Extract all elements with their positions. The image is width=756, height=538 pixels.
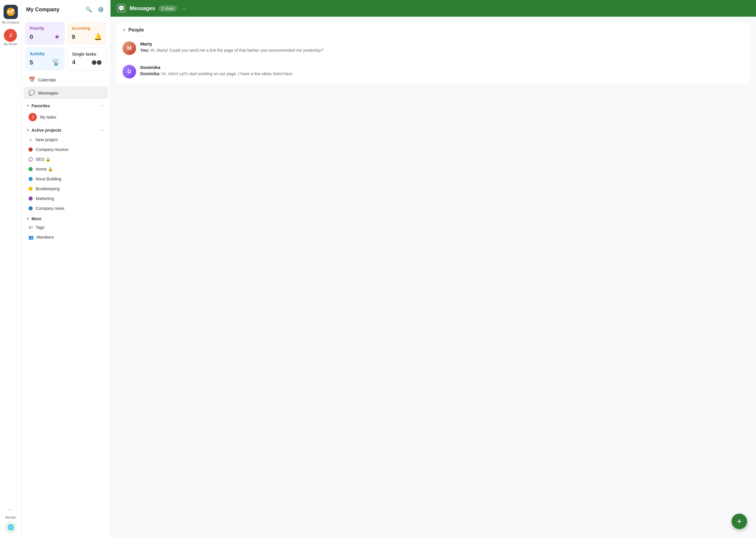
dominika-name: Dominika — [140, 65, 744, 70]
sidebar-item-messages[interactable]: 💬 Messages — [24, 86, 108, 99]
more-section-header[interactable]: ▼ More — [22, 213, 110, 222]
fab-add-button[interactable]: + — [731, 513, 747, 529]
incoming-label: Incoming — [72, 26, 102, 30]
logo-icon[interactable] — [4, 5, 18, 19]
tags-icon: 🏷 — [28, 225, 33, 230]
more-header-left: ▼ More — [26, 216, 41, 221]
calendar-icon: 📅 — [28, 77, 35, 83]
main-content: 💬 Messages 2 chats ··· ▼ People M Marty … — [111, 0, 756, 538]
activity-count: 5 — [30, 59, 33, 66]
my-nozbe-item[interactable]: J My Nozbe — [3, 27, 19, 47]
project-item-home[interactable]: Home 🔒 — [24, 164, 108, 174]
dominika-preview-prefix: Dominika: — [140, 71, 161, 76]
favorites-title: Favorites — [31, 103, 50, 108]
single-tasks-dots-icon: ⚫⚫ — [91, 60, 102, 65]
favorites-header-left: ▼ Favorites — [26, 103, 50, 108]
manage-item[interactable]: ··· Manage — [4, 502, 18, 520]
dominika-preview-text: Hi, John! Let's start working on our pag… — [161, 71, 293, 76]
active-projects-section-header[interactable]: ▼ Active projects ··· — [22, 124, 110, 134]
project-item-nova-building[interactable]: Nova Building — [24, 174, 108, 184]
seo-label: SEO 🔒 — [36, 157, 51, 162]
more-title: More — [31, 216, 41, 221]
priority-count: 0 — [30, 33, 33, 40]
sidebar-scroll: Priority 0 ★ Incoming 9 🔔 Activity 5 📡 — [22, 18, 110, 538]
manage-icon[interactable]: ··· — [5, 503, 17, 515]
company-label: My Company — [2, 21, 19, 24]
favorites-more-button[interactable]: ··· — [99, 103, 106, 109]
settings-button[interactable]: ⚙️ — [96, 5, 106, 14]
marty-preview-text: Hi, Marty! Could you send me a link the … — [149, 48, 323, 53]
chat-item-dominika[interactable]: D Dominika Dominika: Hi, John! Let's sta… — [117, 60, 750, 83]
svg-point-1 — [12, 9, 14, 11]
activity-card[interactable]: Activity 5 📡 — [25, 47, 65, 71]
my-tasks-label: My tasks — [40, 115, 56, 120]
dominika-preview: Dominika: Hi, John! Let's start working … — [140, 71, 744, 77]
topbar-messages-icon: 💬 — [117, 4, 126, 13]
project-item-marketing[interactable]: Marketing — [24, 194, 108, 203]
favorites-section-header[interactable]: ▼ Favorites ··· — [22, 100, 110, 110]
calendar-label: Calendar — [38, 77, 56, 82]
icon-bar-bottom: ··· Manage 🌐 — [4, 502, 18, 534]
sidebar-header: My Company 🔍 ⚙️ — [22, 0, 110, 18]
incoming-bell-icon: 🔔 — [94, 33, 102, 41]
project-item-company-news[interactable]: Company news — [24, 204, 108, 213]
project-item-seo[interactable]: SEO 🔒 — [24, 155, 108, 164]
content-area: ▼ People M Marty You: Hi, Marty! Could y… — [111, 17, 756, 538]
sidebar: My Company 🔍 ⚙️ Priority 0 ★ Incoming 9 … — [22, 0, 111, 538]
people-chevron-icon: ▼ — [123, 28, 126, 32]
single-tasks-card[interactable]: Single tasks 4 ⚫⚫ — [67, 47, 107, 71]
marty-name: Marty — [140, 41, 744, 46]
active-projects-header-left: ▼ Active projects — [26, 128, 61, 133]
company-reunion-dot — [28, 147, 33, 152]
marketing-dot — [28, 196, 33, 201]
sidebar-item-my-tasks[interactable]: J My tasks — [24, 111, 108, 124]
incoming-count: 9 — [72, 33, 75, 40]
fab-plus-icon: + — [737, 516, 742, 526]
home-dot — [28, 167, 33, 171]
messages-icon: 💬 — [28, 89, 35, 96]
app-logo[interactable]: My Company — [1, 4, 21, 25]
new-project-plus-icon: ＋ — [28, 137, 33, 142]
icon-bar: My Company J My Nozbe ··· Manage 🌐 — [0, 0, 22, 538]
dominika-chat-content: Dominika Dominika: Hi, John! Let's start… — [140, 65, 744, 77]
people-title: People — [128, 27, 144, 33]
project-item-bookkeeping[interactable]: Bookkeeping — [24, 184, 108, 193]
marty-avatar: M — [123, 41, 136, 55]
members-icon: 👥 — [28, 235, 33, 240]
active-projects-title: Active projects — [31, 128, 61, 133]
home-label: Home 🔒 — [36, 167, 53, 172]
activity-rss-icon: 📡 — [52, 59, 60, 66]
topbar-more-button[interactable]: ··· — [182, 5, 187, 12]
members-label: Members — [36, 235, 54, 240]
people-section: ▼ People M Marty You: Hi, Marty! Could y… — [117, 23, 750, 83]
company-reunion-label: Company reunion — [36, 147, 69, 152]
cards-grid: Priority 0 ★ Incoming 9 🔔 Activity 5 📡 — [22, 18, 110, 73]
search-button[interactable]: 🔍 — [84, 5, 94, 14]
marty-preview-prefix: You: — [140, 48, 149, 53]
globe-item[interactable]: 🌐 — [4, 520, 18, 534]
topbar-title: Messages — [129, 5, 155, 12]
priority-card[interactable]: Priority 0 ★ — [25, 22, 65, 45]
project-item-new[interactable]: ＋ New project — [24, 135, 108, 144]
single-tasks-count: 4 — [72, 59, 76, 66]
sidebar-item-tags[interactable]: 🏷 Tags — [24, 223, 108, 232]
company-news-dot — [28, 206, 33, 210]
people-section-header[interactable]: ▼ People — [117, 23, 750, 36]
favorites-chevron-icon: ▼ — [26, 104, 30, 108]
sidebar-item-calendar[interactable]: 📅 Calendar — [24, 74, 108, 86]
company-news-label: Company news — [36, 206, 65, 211]
project-item-company-reunion[interactable]: Company reunion — [24, 145, 108, 154]
priority-card-bottom: 0 ★ — [30, 33, 60, 41]
seo-dot — [28, 157, 33, 161]
globe-icon[interactable]: 🌐 — [5, 521, 17, 533]
new-project-label: New project — [36, 137, 58, 142]
active-projects-more-button[interactable]: ··· — [99, 127, 106, 134]
single-tasks-card-bottom: 4 ⚫⚫ — [72, 59, 102, 66]
more-chevron-icon: ▼ — [26, 217, 30, 221]
activity-label: Activity — [30, 51, 60, 56]
bookkeeping-label: Bookkeeping — [36, 187, 60, 191]
incoming-card[interactable]: Incoming 9 🔔 — [67, 22, 107, 45]
manage-label: Manage — [5, 516, 16, 519]
chat-item-marty[interactable]: M Marty You: Hi, Marty! Could you send m… — [117, 36, 750, 60]
sidebar-item-members[interactable]: 👥 Members — [24, 233, 108, 242]
